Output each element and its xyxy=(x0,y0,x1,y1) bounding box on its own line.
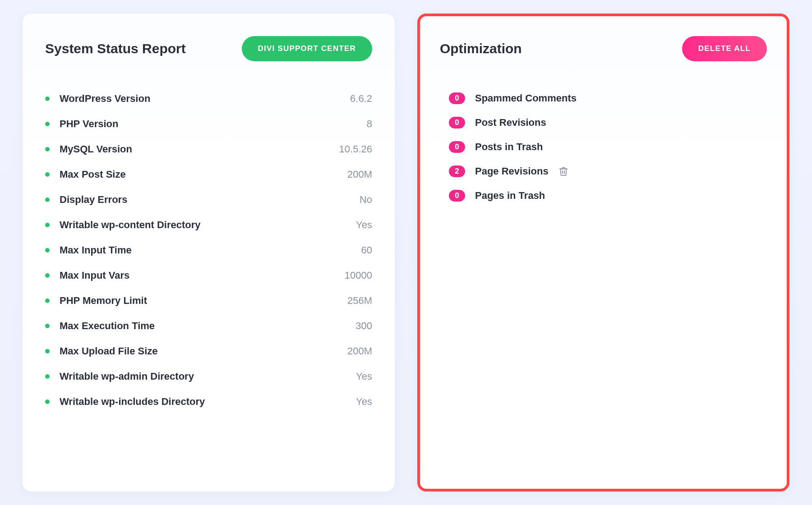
status-label: Max Input Time xyxy=(60,244,132,256)
status-item: MySQL Version10.5.26 xyxy=(45,137,372,162)
status-dot-icon xyxy=(45,172,50,177)
status-left: Max Input Vars xyxy=(45,270,129,281)
status-item: Writable wp-includes DirectoryYes xyxy=(45,389,372,414)
status-left: MySQL Version xyxy=(45,143,132,155)
status-left: PHP Memory Limit xyxy=(45,295,147,307)
status-left: Max Post Size xyxy=(45,169,126,180)
status-item: PHP Memory Limit256M xyxy=(45,288,372,313)
status-dot-icon xyxy=(45,324,50,328)
status-value: No xyxy=(360,194,372,206)
status-left: Writable wp-content Directory xyxy=(45,219,201,231)
status-value: 10000 xyxy=(345,270,372,281)
status-value: 10.5.26 xyxy=(339,143,372,155)
status-item: Max Execution Time300 xyxy=(45,313,372,339)
count-badge: 0 xyxy=(449,141,465,153)
divi-support-center-button[interactable]: DIVI SUPPORT CENTER xyxy=(242,36,372,61)
optimization-item: 0Spammed Comments xyxy=(449,86,767,110)
status-value: 200M xyxy=(347,345,372,357)
optimization-item: 0Pages in Trash xyxy=(449,184,767,208)
count-badge: 0 xyxy=(449,92,465,104)
status-label: Max Upload File Size xyxy=(60,345,158,357)
status-item: PHP Version8 xyxy=(45,111,372,137)
status-item: Display ErrorsNo xyxy=(45,187,372,212)
status-label: Max Post Size xyxy=(60,169,126,180)
delete-all-button[interactable]: DELETE ALL xyxy=(682,36,767,61)
status-label: MySQL Version xyxy=(60,143,132,155)
panel-title: System Status Report xyxy=(45,41,186,56)
panel-header: System Status Report DIVI SUPPORT CENTER xyxy=(45,36,372,61)
status-item: WordPress Version6.6.2 xyxy=(45,86,372,111)
optimization-label: Pages in Trash xyxy=(475,190,545,202)
count-badge: 2 xyxy=(449,165,465,177)
status-label: Writable wp-admin Directory xyxy=(60,371,194,382)
status-label: WordPress Version xyxy=(60,93,150,105)
status-left: Max Upload File Size xyxy=(45,345,158,357)
optimization-list: 0Spammed Comments0Post Revisions0Posts i… xyxy=(440,86,767,208)
status-label: Max Input Vars xyxy=(60,270,129,281)
status-left: Display Errors xyxy=(45,194,127,206)
status-left: WordPress Version xyxy=(45,93,150,105)
status-left: Max Input Time xyxy=(45,244,132,256)
status-dot-icon xyxy=(45,374,50,379)
status-item: Max Post Size200M xyxy=(45,162,372,187)
optimization-label: Spammed Comments xyxy=(475,92,577,104)
status-dot-icon xyxy=(45,197,50,202)
status-label: Display Errors xyxy=(60,194,127,206)
status-item: Writable wp-admin DirectoryYes xyxy=(45,364,372,389)
status-left: Writable wp-includes Directory xyxy=(45,396,205,408)
status-dot-icon xyxy=(45,399,50,404)
status-label: PHP Memory Limit xyxy=(60,295,147,307)
status-label: PHP Version xyxy=(60,118,118,130)
status-value: Yes xyxy=(356,219,372,231)
status-left: PHP Version xyxy=(45,118,118,130)
system-status-panel: System Status Report DIVI SUPPORT CENTER… xyxy=(23,14,395,491)
count-badge: 0 xyxy=(449,117,465,129)
count-badge: 0 xyxy=(449,190,465,202)
status-value: 60 xyxy=(361,244,372,256)
status-dot-icon xyxy=(45,349,50,354)
optimization-item: 0Post Revisions xyxy=(449,110,767,135)
optimization-label: Page Revisions xyxy=(475,165,549,177)
status-dot-icon xyxy=(45,122,50,126)
status-value: 8 xyxy=(367,118,372,130)
status-value: 256M xyxy=(347,295,372,307)
panel-title: Optimization xyxy=(440,41,522,56)
status-dot-icon xyxy=(45,248,50,252)
status-item: Max Upload File Size200M xyxy=(45,339,372,364)
status-dot-icon xyxy=(45,96,50,101)
optimization-item: 2Page Revisions xyxy=(449,159,767,184)
status-item: Max Input Vars10000 xyxy=(45,263,372,288)
status-label: Writable wp-includes Directory xyxy=(60,396,205,408)
status-label: Max Execution Time xyxy=(60,320,155,332)
optimization-item: 0Posts in Trash xyxy=(449,135,767,159)
status-value: Yes xyxy=(356,371,372,382)
status-left: Max Execution Time xyxy=(45,320,155,332)
status-dot-icon xyxy=(45,273,50,278)
panel-header: Optimization DELETE ALL xyxy=(440,36,767,61)
status-value: 200M xyxy=(347,169,372,180)
status-value: Yes xyxy=(356,396,372,408)
trash-icon[interactable] xyxy=(558,166,568,176)
status-dot-icon xyxy=(45,147,50,152)
optimization-label: Posts in Trash xyxy=(475,141,543,153)
status-item: Max Input Time60 xyxy=(45,238,372,263)
status-value: 6.6.2 xyxy=(350,93,372,105)
status-dot-icon xyxy=(45,223,50,227)
status-list: WordPress Version6.6.2PHP Version8MySQL … xyxy=(45,86,372,414)
status-value: 300 xyxy=(355,320,372,332)
status-left: Writable wp-admin Directory xyxy=(45,371,194,382)
optimization-panel: Optimization DELETE ALL 0Spammed Comment… xyxy=(417,14,789,491)
status-dot-icon xyxy=(45,298,50,303)
optimization-label: Post Revisions xyxy=(475,117,546,129)
status-label: Writable wp-content Directory xyxy=(60,219,201,231)
status-item: Writable wp-content DirectoryYes xyxy=(45,212,372,238)
